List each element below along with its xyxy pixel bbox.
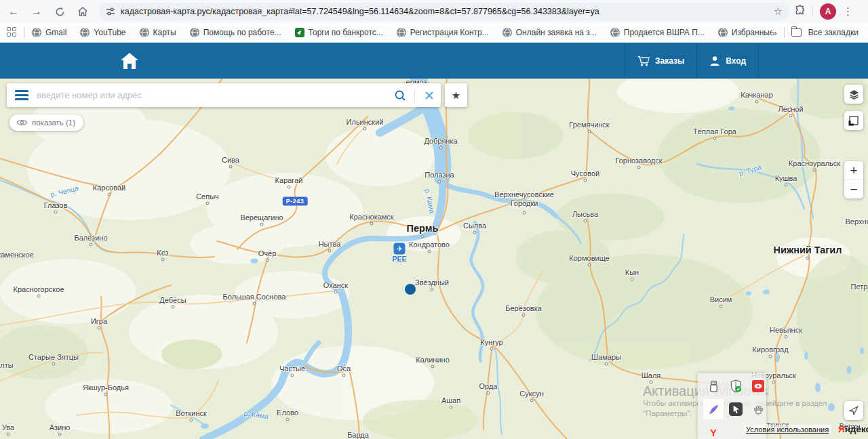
yandex-logo[interactable]: Яндекс — [838, 424, 868, 434]
map-label-dot — [370, 222, 374, 226]
paw-icon[interactable] — [748, 399, 768, 419]
home-button[interactable] — [119, 51, 140, 70]
terms-of-use-link[interactable]: Условия использования — [743, 425, 831, 434]
menu-button[interactable] — [7, 90, 37, 100]
address-bar[interactable]: кадастровая-карта.рус/кадастровая_карта#… — [99, 3, 789, 20]
folder-icon — [791, 28, 802, 37]
map-label-dot — [584, 220, 587, 223]
map-label: Кунгур — [480, 338, 503, 347]
map-label-dot — [206, 202, 210, 205]
map-label-dot — [108, 193, 111, 196]
apps-grid-icon[interactable] — [7, 27, 18, 38]
bookmark-star-icon[interactable]: ☆ — [774, 5, 783, 18]
map-label: Кормовище — [569, 254, 609, 263]
cadastral-object-marker[interactable] — [405, 284, 416, 295]
clear-search-button[interactable] — [418, 91, 441, 100]
search-icon — [394, 89, 406, 102]
map-label: каменское — [0, 251, 34, 259]
bookmark-item[interactable]: Торги по банкротс... — [295, 28, 383, 37]
search-button[interactable] — [389, 89, 412, 102]
map-label-dot — [785, 335, 788, 339]
bookmarks-bar: GmailYouTubeКартыПомощь по работе...Торг… — [0, 23, 868, 43]
browser-toolbar: ← → кадастровая-карта.рус/кадастровая_ка… — [0, 0, 868, 23]
layers-button[interactable] — [844, 85, 863, 104]
search-input[interactable] — [37, 90, 389, 100]
bookmark-item[interactable]: Онлайн заявка на з... — [502, 28, 597, 37]
zoom-out-button[interactable]: − — [844, 180, 863, 198]
browser-home-button[interactable] — [73, 2, 92, 21]
select-area-button[interactable] — [844, 111, 863, 130]
locate-me-button[interactable] — [844, 401, 863, 420]
bookmark-label: Продается ВШРА П... — [624, 28, 705, 37]
map-label-dot — [522, 314, 526, 317]
map-label: Барда — [347, 431, 369, 439]
map-label: Кушва — [775, 174, 797, 183]
map-label: Орда — [479, 382, 498, 391]
location-arrow-icon — [848, 405, 859, 416]
profile-avatar[interactable]: A — [820, 3, 836, 20]
layers-icon — [848, 89, 860, 100]
browser-menu-button[interactable]: ⋮ — [843, 5, 853, 18]
dark-cursor-icon[interactable] — [726, 399, 746, 419]
orders-label: Заказы — [655, 56, 684, 66]
map-label: Горнозаводск — [615, 156, 662, 165]
extensions-button[interactable] — [795, 5, 806, 18]
red-eye-icon[interactable] — [748, 376, 768, 396]
reload-button[interactable] — [50, 2, 69, 21]
map-label: Полазна — [425, 171, 454, 180]
forward-button[interactable]: → — [27, 2, 46, 21]
feather-icon[interactable] — [703, 399, 724, 419]
bookmark-item[interactable]: Помощь по работе... — [190, 28, 281, 37]
map-label: Воткинск — [176, 409, 207, 418]
shield-check-icon[interactable] — [726, 376, 746, 396]
map-label-dot — [431, 365, 435, 369]
map-label: Чусовой — [571, 169, 599, 178]
bookmark-item[interactable]: Продается ВШРА П... — [610, 28, 705, 37]
map-label: Добрянка — [424, 137, 457, 146]
yandex-y-icon[interactable]: Y — [703, 422, 724, 439]
login-button[interactable]: Вход — [696, 43, 758, 79]
map-label: Верхнечусовские Городки — [494, 190, 554, 207]
zoom-in-button[interactable]: + — [844, 161, 863, 180]
map-label-dot — [58, 433, 62, 436]
flash-drive-icon[interactable] — [703, 376, 724, 396]
site-settings-icon[interactable] — [106, 7, 115, 16]
map-label-dot — [789, 114, 793, 118]
map-label-dot — [266, 259, 269, 262]
globe-favicon — [397, 28, 406, 37]
map-label: Звёздный — [415, 278, 449, 287]
map-label-dot — [631, 278, 634, 281]
close-icon — [425, 91, 434, 100]
map-label: Невьянск — [770, 326, 802, 335]
bookmark-label: Помощь по работе... — [203, 28, 281, 37]
map-label: Азино — [50, 423, 71, 432]
bookmark-item[interactable]: YouTube — [80, 28, 125, 37]
airport-code-label: PEE — [392, 255, 406, 263]
map-label: Качканар — [741, 91, 773, 100]
map-label: Висим — [710, 295, 732, 304]
map-label: Игра — [91, 317, 107, 326]
all-bookmarks-button[interactable]: Все закладки — [808, 28, 859, 37]
road-badge: Р-243 — [283, 197, 308, 206]
map-label: Карагай — [275, 176, 303, 185]
url-text[interactable]: кадастровая-карта.рус/кадастровая_карта#… — [121, 7, 768, 16]
map-label: Оханск — [323, 281, 348, 290]
map-label: Большая Соснова — [223, 293, 286, 301]
bookmarks-overflow-button[interactable]: » — [772, 28, 777, 38]
bookmark-item[interactable]: Избранные торги... — [718, 28, 772, 37]
zoom-controls: + − — [844, 161, 863, 198]
show-objects-button[interactable]: показать (1) — [9, 114, 83, 131]
orders-button[interactable]: Заказы — [625, 43, 696, 79]
bookmark-item[interactable]: Регистрация Контр... — [397, 28, 489, 37]
bookmark-item[interactable]: Карты — [140, 28, 176, 37]
bookmark-item[interactable]: Gmail — [32, 28, 66, 37]
map-label: Глазов — [44, 201, 68, 210]
map-label-dot — [253, 302, 256, 306]
globe-favicon — [502, 28, 512, 37]
favorites-button[interactable]: ★ — [445, 83, 467, 107]
globe-favicon — [610, 28, 620, 37]
back-button[interactable]: ← — [4, 2, 23, 21]
map-label-dot — [785, 184, 788, 187]
map-label: Оса — [337, 364, 351, 373]
map-label: Гремячинск — [569, 121, 609, 129]
